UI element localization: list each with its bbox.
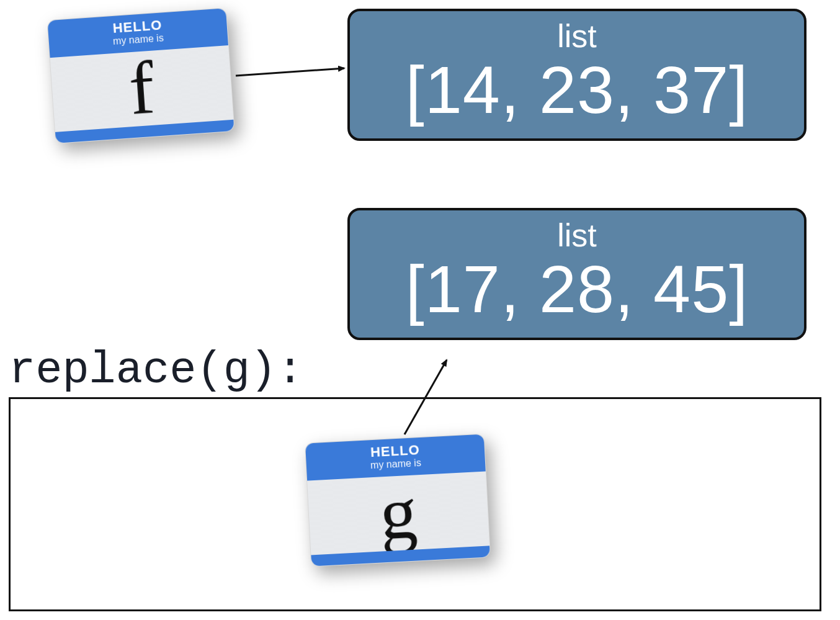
list-box-2-type: list — [369, 217, 785, 254]
list-box-2: list [17, 28, 45] — [347, 208, 806, 340]
nametag-g: HELLO my name is g — [305, 434, 491, 567]
nametag-g-letter: g — [378, 475, 419, 551]
list-box-1: list [14, 23, 37] — [347, 9, 806, 141]
nametag-f: HELLO my name is f — [47, 7, 235, 144]
list-box-2-value: [17, 28, 45] — [369, 254, 785, 324]
nametag-f-letter: f — [127, 51, 156, 127]
diagram-canvas: list [14, 23, 37] list [17, 28, 45] HELL… — [0, 0, 840, 620]
list-box-1-type: list — [369, 17, 785, 55]
arrow-f-to-list1 — [236, 68, 344, 76]
list-box-1-value: [14, 23, 37] — [369, 55, 785, 125]
function-signature: replace(g): — [9, 345, 303, 396]
